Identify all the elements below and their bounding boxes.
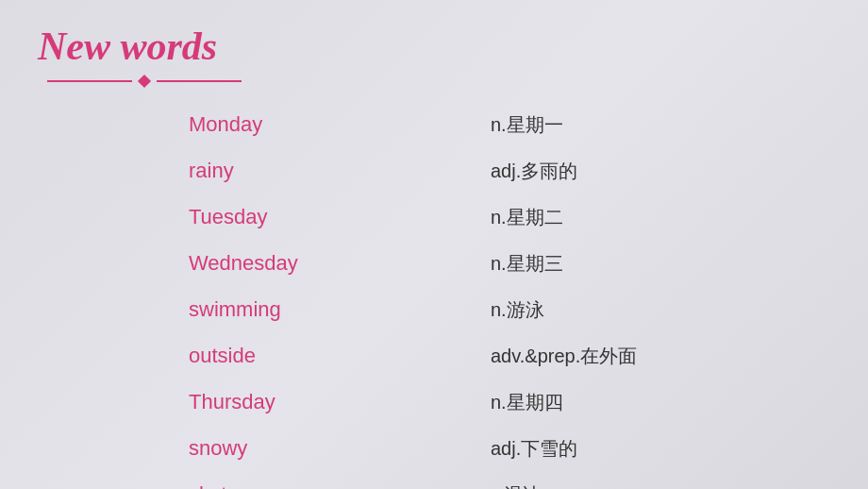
word-chinese-1: adj.多雨的: [491, 151, 830, 192]
word-english-8: skate: [189, 475, 491, 489]
divider-diamond: [138, 75, 151, 88]
word-english-2: Tuesday: [189, 197, 491, 238]
word-chinese-7: adj.下雪的: [491, 429, 830, 469]
title-divider: [47, 76, 830, 86]
word-chinese-2: n.星期二: [491, 197, 830, 238]
words-list: Mondayn.星期一rainyadj.多雨的Tuesdayn.星期二Wedne…: [189, 105, 830, 489]
word-chinese-4: n.游泳: [491, 290, 830, 330]
word-chinese-5: adv.&prep.在外面: [491, 336, 830, 377]
page: New words Mondayn.星期一rainyadj.多雨的Tuesday…: [0, 0, 868, 489]
divider-line-right: [157, 80, 242, 82]
word-english-1: rainy: [189, 151, 491, 192]
divider-line-left: [47, 80, 132, 82]
word-english-6: Thursday: [189, 382, 491, 423]
word-english-3: Wednesday: [189, 244, 491, 284]
word-chinese-6: n.星期四: [491, 382, 830, 423]
page-title: New words: [38, 24, 830, 69]
word-english-5: outside: [189, 336, 491, 377]
word-chinese-3: n.星期三: [491, 244, 830, 284]
word-english-7: snowy: [189, 429, 491, 469]
word-chinese-0: n.星期一: [491, 105, 830, 145]
word-chinese-8: v.滑冰: [491, 475, 830, 489]
word-english-0: Monday: [189, 105, 491, 145]
word-english-4: swimming: [189, 290, 491, 330]
